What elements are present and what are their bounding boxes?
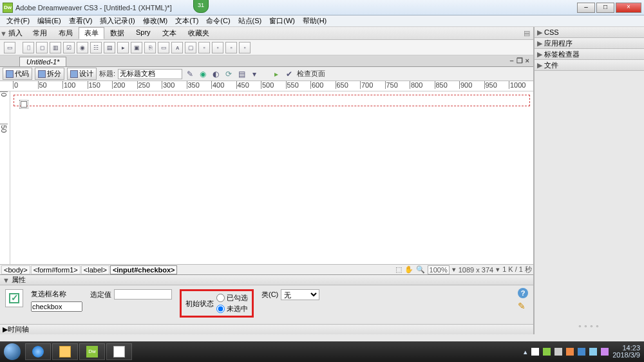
textarea-icon[interactable]: ▥ — [50, 42, 61, 53]
insert-tab-form[interactable]: 表单 — [79, 27, 104, 39]
maximize-button[interactable]: □ — [596, 3, 614, 13]
window-size[interactable]: 1089 x 374 — [459, 266, 493, 274]
zoom-value[interactable]: 100% — [428, 265, 450, 274]
menu-edit[interactable]: 编辑(E) — [33, 16, 65, 26]
spry-text-icon[interactable]: ▫ — [198, 42, 210, 53]
panel-files[interactable]: ▶文件 — [535, 60, 644, 70]
insert-tab-spry[interactable]: Spry — [130, 27, 156, 39]
crumb-form[interactable]: <form#form1> — [31, 265, 80, 274]
jump-icon[interactable]: ▸ — [117, 42, 129, 53]
doc-restore-icon[interactable]: ❐ — [516, 57, 523, 65]
doc-minimize-icon[interactable]: – — [509, 57, 513, 65]
menu-file[interactable]: 文件(F) — [3, 16, 33, 26]
quick-tag-icon[interactable]: ✎ — [518, 301, 528, 311]
radio-icon[interactable]: ◉ — [77, 42, 88, 53]
spry-check-icon[interactable]: ▫ — [225, 42, 237, 53]
value-input[interactable] — [114, 289, 172, 300]
check-page-label[interactable]: 检查页面 — [297, 69, 325, 79]
tray-arrow-icon[interactable]: ▴ — [524, 348, 527, 356]
textfield-icon[interactable]: ⌷ — [23, 42, 34, 53]
insert-options-icon[interactable]: ▤ — [520, 29, 533, 37]
radio-checked[interactable]: 已勾选 — [216, 293, 248, 303]
menu-window[interactable]: 窗口(W) — [265, 16, 299, 26]
minimize-button[interactable]: – — [577, 3, 595, 13]
shield-badge[interactable]: 31 — [193, 0, 209, 13]
globe-icon[interactable]: ◉ — [198, 69, 208, 79]
panel-application[interactable]: ▶应用程序 — [535, 38, 644, 48]
checkbox-widget[interactable] — [19, 100, 28, 109]
menu-help[interactable]: 帮助(H) — [299, 16, 330, 26]
taskbar-clock[interactable]: 14:23 2018/3/9 — [612, 345, 640, 359]
utility-icon[interactable]: ✎ — [185, 69, 195, 79]
spry-select-icon[interactable]: ▫ — [239, 42, 251, 53]
validate-icon[interactable]: ✔ — [284, 69, 294, 79]
help-icon[interactable]: ? — [518, 288, 528, 298]
file-mgmt-icon[interactable]: ▤ — [236, 69, 247, 79]
tray-app2-icon[interactable] — [589, 348, 597, 356]
panel-tag-inspector[interactable]: ▶标签检查器 — [535, 49, 644, 59]
zoom-tool-icon[interactable]: 🔍 — [416, 265, 425, 274]
radiogroup-icon[interactable]: ☷ — [90, 42, 102, 53]
refresh-icon[interactable]: ⟳ — [223, 69, 234, 79]
menu-insert[interactable]: 插入记录(I) — [96, 16, 138, 26]
prop-title: 属性 — [12, 275, 26, 285]
menu-modify[interactable]: 修改(M) — [139, 16, 172, 26]
name-input[interactable] — [31, 301, 82, 312]
crumb-body[interactable]: <body> — [1, 265, 30, 274]
timeline-expand-icon[interactable]: ▶ — [3, 325, 8, 334]
hand-tool-icon[interactable]: ✋ — [404, 265, 413, 274]
design-canvas[interactable] — [10, 91, 533, 264]
split-view-button[interactable]: 拆分 — [35, 68, 64, 80]
list-icon[interactable]: ▤ — [104, 42, 115, 53]
panel-grip-icon[interactable]: ∘∘∘∘ — [535, 318, 644, 334]
pointer-tool-icon[interactable]: ⬚ — [395, 265, 402, 274]
class-select[interactable]: 无 — [281, 289, 319, 300]
insert-tab-common[interactable]: 常用 — [27, 27, 53, 39]
crumb-input[interactable]: <input#checkbox> — [110, 265, 178, 274]
insert-tab-data[interactable]: 数据 — [104, 27, 130, 39]
menu-site[interactable]: 站点(S) — [234, 16, 266, 26]
spry-area-icon[interactable]: ▫ — [212, 42, 223, 53]
prop-collapse-icon[interactable]: ▼ — [3, 276, 10, 284]
code-view-button[interactable]: 代码 — [3, 68, 32, 80]
hidden-icon[interactable]: ◻ — [36, 42, 48, 53]
options-icon[interactable]: ▾ — [249, 69, 260, 79]
tray-volume-icon[interactable] — [554, 348, 562, 356]
button-icon[interactable]: ▭ — [158, 42, 169, 53]
label-icon[interactable]: ᴀ — [171, 42, 183, 53]
tray-shield-icon[interactable] — [566, 348, 574, 356]
start-button[interactable] — [0, 341, 24, 362]
insert-collapse-icon[interactable]: ▼ — [0, 30, 6, 37]
panel-css[interactable]: ▶CSS — [535, 27, 644, 37]
file-field-icon[interactable]: ⎘ — [144, 42, 156, 53]
document-tab[interactable]: Untitled-1* — [19, 57, 66, 66]
tray-network-icon[interactable] — [543, 348, 551, 356]
task-paint[interactable] — [106, 343, 132, 360]
tray-flag-icon[interactable] — [531, 348, 539, 356]
insert-tab-fav[interactable]: 收藏夹 — [182, 27, 215, 39]
doc-close-icon[interactable]: × — [526, 57, 529, 65]
tray-app3-icon[interactable] — [601, 348, 609, 356]
menu-text[interactable]: 文本(T) — [171, 16, 202, 26]
visualize-icon[interactable]: ▸ — [271, 69, 281, 79]
crumb-label[interactable]: <label> — [81, 265, 109, 274]
task-explorer[interactable] — [52, 343, 78, 360]
timeline-panel[interactable]: ▶ 时间轴 — [0, 324, 533, 334]
tray-app1-icon[interactable] — [578, 348, 585, 356]
preview-icon[interactable]: ◐ — [211, 69, 221, 79]
form-icon[interactable]: ▭ — [4, 42, 15, 53]
title-input[interactable] — [118, 69, 182, 79]
radio-unchecked[interactable]: 未选中 — [216, 304, 248, 314]
task-ie[interactable] — [25, 343, 51, 360]
form-outline[interactable] — [14, 95, 530, 106]
checkbox-icon[interactable]: ☑ — [63, 42, 75, 53]
menu-commands[interactable]: 命令(C) — [202, 16, 234, 26]
menu-view[interactable]: 查看(V) — [65, 16, 97, 26]
image-field-icon[interactable]: ▣ — [131, 42, 142, 53]
insert-tab-text[interactable]: 文本 — [156, 27, 182, 39]
design-view-button[interactable]: 设计 — [67, 68, 97, 80]
close-button[interactable]: × — [616, 3, 641, 13]
fieldset-icon[interactable]: ▢ — [185, 42, 196, 53]
task-dreamweaver[interactable]: Dw — [79, 343, 105, 360]
insert-tab-layout[interactable]: 布局 — [53, 27, 79, 39]
